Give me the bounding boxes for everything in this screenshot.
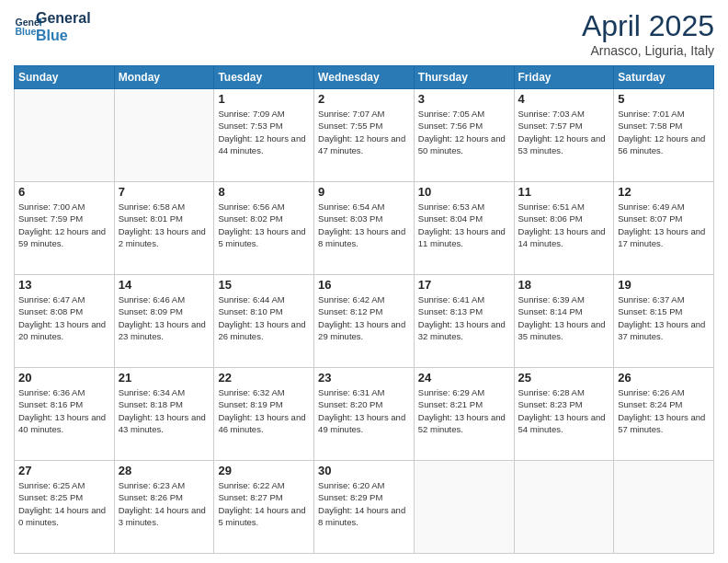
day-info: Sunrise: 6:31 AMSunset: 8:20 PMDaylight:…	[318, 386, 410, 435]
table-row: 10Sunrise: 6:53 AMSunset: 8:04 PMDayligh…	[414, 182, 514, 275]
day-number: 2	[318, 92, 410, 106]
col-thursday: Thursday	[414, 66, 514, 89]
day-info: Sunrise: 6:46 AMSunset: 8:09 PMDaylight:…	[119, 293, 210, 342]
day-number: 21	[119, 371, 210, 385]
table-row: 14Sunrise: 6:46 AMSunset: 8:09 PMDayligh…	[114, 275, 214, 368]
day-info: Sunrise: 6:29 AMSunset: 8:21 PMDaylight:…	[418, 386, 510, 435]
day-number: 5	[618, 92, 710, 106]
day-info: Sunrise: 6:42 AMSunset: 8:12 PMDaylight:…	[318, 293, 410, 342]
day-number: 30	[318, 464, 410, 477]
day-number: 13	[18, 278, 110, 292]
day-info: Sunrise: 7:01 AMSunset: 7:58 PMDaylight:…	[618, 108, 710, 156]
table-row: 7Sunrise: 6:58 AMSunset: 8:01 PMDaylight…	[114, 182, 214, 275]
table-row: 30Sunrise: 6:20 AMSunset: 8:29 PMDayligh…	[314, 461, 415, 554]
table-row	[414, 461, 514, 554]
day-number: 10	[418, 185, 510, 199]
day-number: 6	[18, 185, 110, 199]
title-block: April 2025 Arnasco, Liguria, Italy	[582, 9, 714, 58]
day-info: Sunrise: 6:54 AMSunset: 8:03 PMDaylight:…	[318, 201, 410, 249]
table-row: 17Sunrise: 6:41 AMSunset: 8:13 PMDayligh…	[414, 275, 514, 368]
day-info: Sunrise: 6:22 AMSunset: 8:27 PMDaylight:…	[218, 479, 310, 528]
day-number: 19	[618, 278, 710, 292]
table-row: 21Sunrise: 6:34 AMSunset: 8:18 PMDayligh…	[114, 368, 214, 461]
day-info: Sunrise: 6:37 AMSunset: 8:15 PMDaylight:…	[618, 293, 710, 342]
table-row: 3Sunrise: 7:05 AMSunset: 7:56 PMDaylight…	[414, 89, 514, 182]
month-title: April 2025	[582, 9, 714, 43]
day-number: 1	[218, 92, 310, 106]
table-row: 29Sunrise: 6:22 AMSunset: 8:27 PMDayligh…	[214, 461, 314, 554]
day-number: 11	[518, 185, 610, 199]
day-number: 4	[518, 92, 610, 106]
day-number: 7	[119, 185, 210, 199]
table-row: 2Sunrise: 7:07 AMSunset: 7:55 PMDaylight…	[314, 89, 415, 182]
day-number: 29	[218, 464, 310, 477]
col-friday: Friday	[514, 66, 614, 89]
day-number: 15	[218, 278, 310, 292]
day-number: 26	[618, 371, 710, 385]
table-row: 23Sunrise: 6:31 AMSunset: 8:20 PMDayligh…	[314, 368, 415, 461]
day-number: 9	[318, 185, 410, 199]
page: General Blue General Blue April 2025 Arn…	[0, 0, 728, 563]
table-row	[614, 461, 714, 554]
day-info: Sunrise: 6:36 AMSunset: 8:16 PMDaylight:…	[18, 386, 110, 435]
table-row: 19Sunrise: 6:37 AMSunset: 8:15 PMDayligh…	[614, 275, 714, 368]
day-number: 25	[518, 371, 610, 385]
day-info: Sunrise: 6:49 AMSunset: 8:07 PMDaylight:…	[618, 201, 710, 249]
day-number: 16	[318, 278, 410, 292]
table-row: 6Sunrise: 7:00 AMSunset: 7:59 PMDaylight…	[15, 182, 115, 275]
table-row: 12Sunrise: 6:49 AMSunset: 8:07 PMDayligh…	[614, 182, 714, 275]
logo-general: General	[36, 9, 91, 27]
day-info: Sunrise: 7:03 AMSunset: 7:57 PMDaylight:…	[518, 108, 610, 156]
day-number: 24	[418, 371, 510, 385]
table-row: 20Sunrise: 6:36 AMSunset: 8:16 PMDayligh…	[15, 368, 115, 461]
day-info: Sunrise: 6:41 AMSunset: 8:13 PMDaylight:…	[418, 293, 510, 342]
day-number: 23	[318, 371, 410, 385]
day-number: 14	[119, 278, 210, 292]
day-info: Sunrise: 6:32 AMSunset: 8:19 PMDaylight:…	[218, 386, 310, 435]
calendar-table: Sunday Monday Tuesday Wednesday Thursday…	[14, 65, 714, 554]
day-number: 17	[418, 278, 510, 292]
logo-blue: Blue	[36, 27, 91, 44]
day-info: Sunrise: 6:58 AMSunset: 8:01 PMDaylight:…	[119, 201, 210, 249]
table-row: 16Sunrise: 6:42 AMSunset: 8:12 PMDayligh…	[314, 275, 415, 368]
table-row: 25Sunrise: 6:28 AMSunset: 8:23 PMDayligh…	[514, 368, 614, 461]
day-info: Sunrise: 6:39 AMSunset: 8:14 PMDaylight:…	[518, 293, 610, 342]
table-row: 28Sunrise: 6:23 AMSunset: 8:26 PMDayligh…	[114, 461, 214, 554]
day-info: Sunrise: 6:23 AMSunset: 8:26 PMDaylight:…	[119, 479, 210, 528]
table-row	[15, 89, 115, 182]
table-row: 8Sunrise: 6:56 AMSunset: 8:02 PMDaylight…	[214, 182, 314, 275]
header-row: Sunday Monday Tuesday Wednesday Thursday…	[15, 66, 714, 89]
day-number: 20	[18, 371, 110, 385]
table-row: 27Sunrise: 6:25 AMSunset: 8:25 PMDayligh…	[15, 461, 115, 554]
day-number: 12	[618, 185, 710, 199]
day-info: Sunrise: 6:34 AMSunset: 8:18 PMDaylight:…	[119, 386, 210, 435]
day-number: 3	[418, 92, 510, 106]
day-number: 22	[218, 371, 310, 385]
table-row: 1Sunrise: 7:09 AMSunset: 7:53 PMDaylight…	[214, 89, 314, 182]
table-row: 15Sunrise: 6:44 AMSunset: 8:10 PMDayligh…	[214, 275, 314, 368]
day-info: Sunrise: 6:44 AMSunset: 8:10 PMDaylight:…	[218, 293, 310, 342]
day-info: Sunrise: 6:51 AMSunset: 8:06 PMDaylight:…	[518, 201, 610, 249]
table-row: 5Sunrise: 7:01 AMSunset: 7:58 PMDaylight…	[614, 89, 714, 182]
col-sunday: Sunday	[15, 66, 115, 89]
calendar-week-4: 20Sunrise: 6:36 AMSunset: 8:16 PMDayligh…	[15, 368, 714, 461]
day-info: Sunrise: 7:05 AMSunset: 7:56 PMDaylight:…	[418, 108, 510, 156]
table-row: 13Sunrise: 6:47 AMSunset: 8:08 PMDayligh…	[15, 275, 115, 368]
calendar-week-2: 6Sunrise: 7:00 AMSunset: 7:59 PMDaylight…	[15, 182, 714, 275]
day-info: Sunrise: 6:56 AMSunset: 8:02 PMDaylight:…	[218, 201, 310, 249]
day-info: Sunrise: 7:07 AMSunset: 7:55 PMDaylight:…	[318, 108, 410, 156]
table-row: 26Sunrise: 6:26 AMSunset: 8:24 PMDayligh…	[614, 368, 714, 461]
table-row: 24Sunrise: 6:29 AMSunset: 8:21 PMDayligh…	[414, 368, 514, 461]
table-row	[514, 461, 614, 554]
day-info: Sunrise: 6:20 AMSunset: 8:29 PMDaylight:…	[318, 479, 410, 528]
calendar-week-3: 13Sunrise: 6:47 AMSunset: 8:08 PMDayligh…	[15, 275, 714, 368]
table-row: 18Sunrise: 6:39 AMSunset: 8:14 PMDayligh…	[514, 275, 614, 368]
day-info: Sunrise: 6:26 AMSunset: 8:24 PMDaylight:…	[618, 386, 710, 435]
header: General Blue General Blue April 2025 Arn…	[14, 9, 714, 58]
col-monday: Monday	[114, 66, 214, 89]
svg-text:Blue: Blue	[16, 26, 37, 37]
table-row: 11Sunrise: 6:51 AMSunset: 8:06 PMDayligh…	[514, 182, 614, 275]
table-row: 4Sunrise: 7:03 AMSunset: 7:57 PMDaylight…	[514, 89, 614, 182]
col-saturday: Saturday	[614, 66, 714, 89]
day-info: Sunrise: 6:47 AMSunset: 8:08 PMDaylight:…	[18, 293, 110, 342]
